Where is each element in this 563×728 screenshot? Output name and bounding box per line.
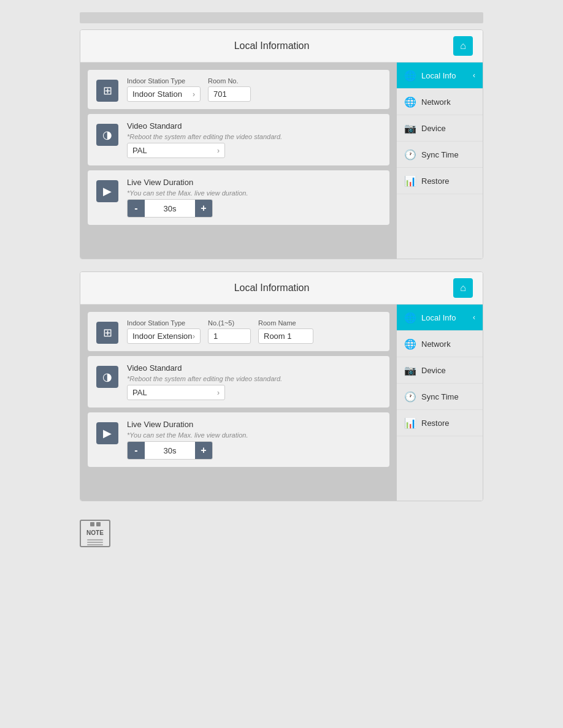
network-icon: 🌐 xyxy=(404,96,416,108)
video-note-2: *Reboot the system after editing the vid… xyxy=(127,375,381,382)
top-bar xyxy=(80,12,483,23)
station-fields: Indoor Station Type Indoor Station › Roo… xyxy=(127,77,381,102)
note-icon-box: NOTE xyxy=(80,520,110,547)
video-standard-card: ◑ Video Standard *Reboot the system afte… xyxy=(88,114,389,165)
room-value: 701 xyxy=(213,89,227,99)
room-input[interactable]: 701 xyxy=(208,86,251,102)
no-value: 1 xyxy=(213,332,218,341)
note-label: NOTE xyxy=(86,529,104,536)
sidebar-item-sync-time[interactable]: 🕐 Sync Time xyxy=(397,142,483,168)
sidebar-active-arrow: ‹ xyxy=(473,71,475,80)
panel-1-home-button[interactable]: ⌂ xyxy=(453,36,473,56)
panel-2-body: ⊞ Indoor Station Type Indoor Extension ›… xyxy=(80,305,483,501)
type-input[interactable]: Indoor Station › xyxy=(127,86,201,102)
live-view-note: *You can set the Max. live view duration… xyxy=(127,189,381,197)
room-name-value: Room 1 xyxy=(264,332,292,341)
stepper-plus-btn-2[interactable]: + xyxy=(195,442,212,459)
no-field-group: No.(1~5) 1 xyxy=(208,319,251,344)
sidebar-item-local-info[interactable]: 🌐 Local Info ‹ xyxy=(397,63,483,89)
video-note: *Reboot the system after editing the vid… xyxy=(127,133,381,140)
video-value: PAL xyxy=(132,146,147,155)
sidebar-2-restore-label: Restore xyxy=(421,419,450,428)
live-view-note-2: *You can set the Max. live view duration… xyxy=(127,431,381,439)
room-name-field-group: Room Name Room 1 xyxy=(258,319,313,344)
device-icon-2: 📷 xyxy=(404,364,416,376)
device-icon: 📷 xyxy=(404,122,416,134)
local-info-icon-2: 🌐 xyxy=(404,311,416,324)
panel-1-title: Local Information xyxy=(90,40,453,51)
panel-2-content: ⊞ Indoor Station Type Indoor Extension ›… xyxy=(80,305,397,501)
local-info-icon: 🌐 xyxy=(404,69,416,82)
type-input-2[interactable]: Indoor Extension › xyxy=(127,328,201,344)
type-field-group-2: Indoor Station Type Indoor Extension › xyxy=(127,319,201,344)
video-arrow: › xyxy=(217,146,220,155)
video-icon-2: ◑ xyxy=(96,366,118,388)
sidebar-2-item-local-info[interactable]: 🌐 Local Info ‹ xyxy=(397,305,483,331)
station-fields-2: Indoor Station Type Indoor Extension › N… xyxy=(127,319,381,344)
live-view-label: Live View Duration xyxy=(127,178,381,187)
type-field-group: Indoor Station Type Indoor Station › xyxy=(127,77,201,102)
network-icon-2: 🌐 xyxy=(404,338,416,350)
sidebar-restore-label: Restore xyxy=(421,176,450,186)
live-view-label-2: Live View Duration xyxy=(127,420,381,429)
type-arrow: › xyxy=(193,90,195,99)
video-standard-card-2: ◑ Video Standard *Reboot the system afte… xyxy=(88,356,389,408)
camera-icon-2: ▶ xyxy=(96,422,118,444)
sidebar-2-item-device[interactable]: 📷 Device xyxy=(397,357,483,384)
type-value-2: Indoor Extension xyxy=(132,332,193,341)
station-type-card-2: ⊞ Indoor Station Type Indoor Extension ›… xyxy=(88,312,389,351)
panel-1-content: ⊞ Indoor Station Type Indoor Station › R… xyxy=(80,63,397,259)
video-icon: ◑ xyxy=(96,124,118,146)
video-card-content-2: Video Standard *Reboot the system after … xyxy=(127,363,381,400)
sidebar-sync-time-label: Sync Time xyxy=(421,150,459,159)
stepper-minus-btn[interactable]: - xyxy=(128,200,145,217)
live-view-content-2: Live View Duration *You can set the Max.… xyxy=(127,420,381,460)
station-icon: ⊞ xyxy=(96,80,118,102)
type-value: Indoor Station xyxy=(132,89,182,99)
sidebar-item-restore[interactable]: 📊 Restore xyxy=(397,168,483,194)
station-icon-2: ⊞ xyxy=(96,322,118,344)
room-label: Room No. xyxy=(208,77,251,85)
station-card-content: Indoor Station Type Indoor Station › Roo… xyxy=(127,77,381,102)
sidebar-item-network[interactable]: 🌐 Network xyxy=(397,89,483,115)
type-label: Indoor Station Type xyxy=(127,77,201,85)
room-name-label: Room Name xyxy=(258,319,313,327)
sidebar-2-device-label: Device xyxy=(421,366,446,375)
stepper-minus-btn-2[interactable]: - xyxy=(128,442,145,459)
live-view-content: Live View Duration *You can set the Max.… xyxy=(127,178,381,218)
stepper-plus-btn[interactable]: + xyxy=(195,200,212,217)
video-arrow-2: › xyxy=(217,389,220,397)
video-input[interactable]: PAL › xyxy=(127,143,225,158)
station-card-content-2: Indoor Station Type Indoor Extension › N… xyxy=(127,319,381,344)
station-type-card: ⊞ Indoor Station Type Indoor Station › R… xyxy=(88,70,389,109)
sidebar-network-label: Network xyxy=(421,97,451,107)
video-input-2[interactable]: PAL › xyxy=(127,385,225,400)
no-label: No.(1~5) xyxy=(208,319,251,327)
panel-2-home-button[interactable]: ⌂ xyxy=(453,278,473,298)
no-input[interactable]: 1 xyxy=(208,328,251,344)
sync-time-icon-2: 🕐 xyxy=(404,390,416,403)
live-view-stepper: - 30s + xyxy=(127,199,213,218)
live-view-stepper-2: - 30s + xyxy=(127,441,213,460)
panel-2-title: Local Information xyxy=(90,282,453,294)
type-label-2: Indoor Station Type xyxy=(127,319,201,327)
restore-icon: 📊 xyxy=(404,175,416,187)
sidebar-2-active-arrow: ‹ xyxy=(473,313,475,322)
panel-1-body: ⊞ Indoor Station Type Indoor Station › R… xyxy=(80,63,483,259)
note-section: NOTE xyxy=(80,520,483,547)
video-card-content: Video Standard *Reboot the system after … xyxy=(127,121,381,158)
sync-time-icon: 🕐 xyxy=(404,148,416,161)
sidebar-2-local-info-label: Local Info xyxy=(421,313,456,322)
panel-1-sidebar: 🌐 Local Info ‹ 🌐 Network 📷 Device 🕐 Sync… xyxy=(397,63,483,259)
home-icon: ⌂ xyxy=(460,40,466,51)
video-label-2: Video Standard xyxy=(127,363,381,373)
sidebar-item-device[interactable]: 📷 Device xyxy=(397,115,483,142)
room-name-input[interactable]: Room 1 xyxy=(258,328,313,344)
sidebar-2-item-sync-time[interactable]: 🕐 Sync Time xyxy=(397,384,483,410)
restore-icon-2: 📊 xyxy=(404,417,416,429)
type-arrow-2: › xyxy=(193,332,195,341)
sidebar-2-item-restore[interactable]: 📊 Restore xyxy=(397,410,483,436)
sidebar-2-item-network[interactable]: 🌐 Network xyxy=(397,331,483,357)
stepper-value: 30s xyxy=(145,204,195,213)
video-label: Video Standard xyxy=(127,121,381,131)
